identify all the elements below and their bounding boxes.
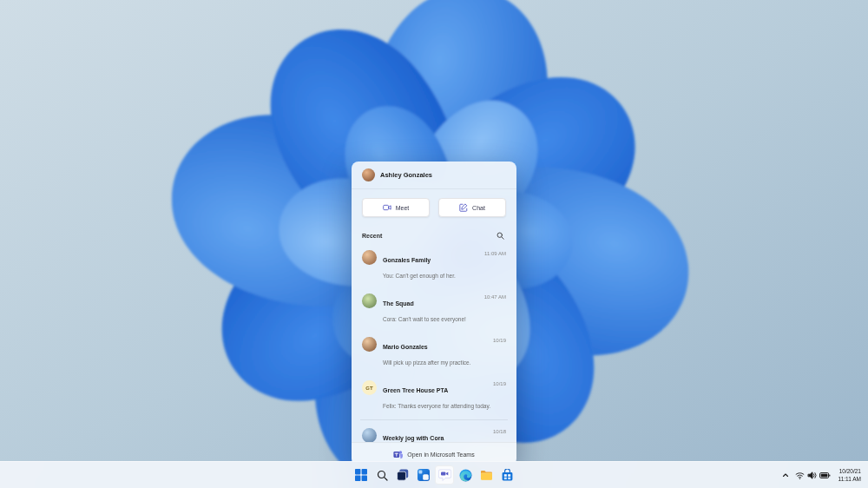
- taskbar-start-button[interactable]: [352, 465, 371, 485]
- taskbar-search-button[interactable]: [372, 465, 391, 485]
- recent-label: Recent: [362, 233, 382, 239]
- teams-chat-flyout: Ashley Gonzales Meet Chat Recent Gonzale…: [352, 162, 516, 465]
- tray-date: 10/20/21: [839, 467, 861, 475]
- clock[interactable]: 10/20/21 11:11 AM: [834, 465, 867, 485]
- store-icon: [501, 469, 514, 482]
- divider: [360, 419, 508, 420]
- conversation-name: Weekly jog with Cora: [383, 435, 444, 441]
- user-avatar: [362, 168, 375, 181]
- start-icon: [355, 469, 367, 481]
- conversation-name: Gonzales Family: [383, 257, 431, 263]
- conversation-row[interactable]: Mario Gonzales Will pick up pizza after …: [352, 331, 516, 374]
- user-name: Ashley Gonzales: [380, 171, 432, 179]
- conversation-preview: Cora: Can't wait to see everyone!: [383, 316, 466, 322]
- avatar: GT: [362, 380, 377, 395]
- conversation-list: Gonzales Family You: Can't get enough of…: [352, 243, 516, 442]
- teams-icon: [393, 450, 403, 459]
- open-in-teams-label: Open in Microsoft Teams: [407, 452, 474, 458]
- taskbar-edge-button[interactable]: [456, 465, 475, 485]
- task-view-icon: [397, 469, 409, 481]
- taskbar-widgets-button[interactable]: [414, 465, 433, 485]
- new-chat-icon: [459, 203, 468, 212]
- taskbar-store-button[interactable]: [497, 465, 516, 485]
- volume-icon: [807, 471, 817, 480]
- chat-icon: [438, 469, 451, 482]
- wifi-icon: [795, 471, 805, 480]
- conversation-row[interactable]: Weekly jog with Cora Cora: I am so behin…: [352, 422, 516, 442]
- meet-button-label: Meet: [396, 205, 410, 211]
- flyout-user-header[interactable]: Ashley Gonzales: [352, 162, 516, 189]
- avatar: [362, 337, 377, 352]
- conversation-time: 10/18: [493, 429, 506, 434]
- taskbar-chat-button[interactable]: [435, 465, 454, 485]
- video-camera-icon: [383, 203, 391, 212]
- conversation-time: 10/19: [493, 338, 506, 343]
- conversation-preview: Will pick up pizza after my practice.: [383, 359, 471, 366]
- quick-actions: Meet Chat: [352, 189, 516, 225]
- chat-button-label: Chat: [472, 205, 485, 211]
- system-tray: 10/20/21 11:11 AM: [779, 465, 867, 485]
- conversation-row[interactable]: Gonzales Family You: Can't get enough of…: [352, 244, 516, 287]
- conversation-name: Mario Gonzales: [383, 344, 428, 350]
- system-icons-button[interactable]: [792, 465, 834, 485]
- conversation-name: Green Tree House PTA: [383, 387, 448, 393]
- conversation-row[interactable]: GT Green Tree House PTA Felix: Thanks ev…: [352, 374, 516, 418]
- file-explorer-icon: [480, 469, 493, 482]
- conversation-time: 10:47 AM: [484, 294, 506, 300]
- search-icon: [496, 232, 504, 240]
- avatar: [362, 293, 377, 308]
- taskbar: 10/20/21 11:11 AM: [0, 461, 868, 488]
- taskbar-center-icons: [352, 465, 516, 485]
- taskbar-task-view-button[interactable]: [393, 465, 412, 485]
- chevron-up-icon: [781, 471, 790, 479]
- avatar: [362, 428, 377, 442]
- search-button[interactable]: [494, 229, 506, 241]
- conversation-row[interactable]: The Squad Cora: Can't wait to see everyo…: [352, 287, 516, 331]
- hidden-icons-button[interactable]: [779, 465, 792, 485]
- tray-time: 11:11 AM: [838, 475, 862, 483]
- chat-button[interactable]: Chat: [438, 198, 506, 217]
- recent-header: Recent: [352, 225, 516, 243]
- conversation-preview: Felix: Thanks everyone for attending tod…: [383, 403, 490, 409]
- edge-icon: [459, 469, 472, 482]
- widgets-icon: [418, 469, 430, 481]
- taskbar-file-explorer-button[interactable]: [477, 465, 496, 485]
- conversation-time: 11:09 AM: [484, 251, 506, 256]
- meet-button[interactable]: Meet: [362, 198, 430, 217]
- avatar: [362, 250, 377, 265]
- battery-icon: [819, 471, 831, 480]
- search-icon: [377, 470, 388, 481]
- conversation-preview: You: Can't get enough of her.: [383, 273, 456, 279]
- conversation-time: 10/19: [493, 381, 506, 386]
- conversation-name: The Squad: [383, 300, 414, 307]
